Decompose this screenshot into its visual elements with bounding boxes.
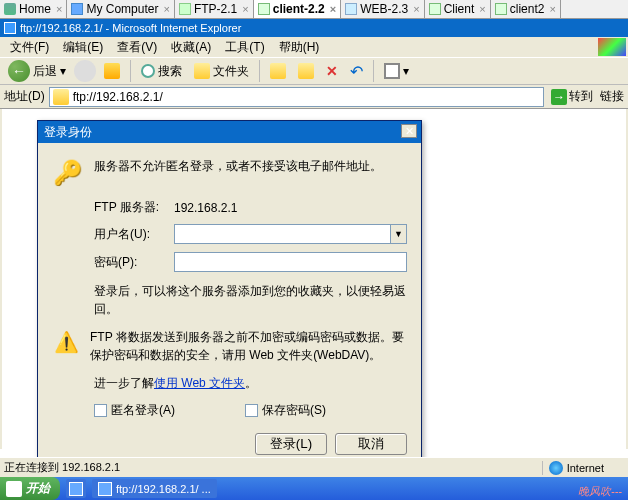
tab-close-icon[interactable]: × — [163, 3, 169, 15]
move-button[interactable] — [266, 61, 290, 81]
username-dropdown-button[interactable]: ▼ — [391, 224, 407, 244]
internet-zone-icon — [549, 461, 563, 475]
move-icon — [270, 63, 286, 79]
tab-icon — [495, 3, 507, 15]
tab-icon — [179, 3, 191, 15]
window-title: ftp://192.168.2.1/ - Microsoft Internet … — [20, 22, 241, 34]
copy-icon — [298, 63, 314, 79]
menu-view[interactable]: 查看(V) — [111, 37, 163, 58]
folder-icon — [194, 63, 210, 79]
host-tab[interactable]: My Computer× — [67, 0, 174, 18]
go-button[interactable]: → 转到 — [548, 88, 596, 105]
tab-label: WEB-2.3 — [360, 2, 408, 16]
login-dialog: 登录身份 ✕ 🔑 服务器不允许匿名登录，或者不接受该电子邮件地址。 FTP 服务… — [37, 120, 422, 468]
content-area: 登录身份 ✕ 🔑 服务器不允许匿名登录，或者不接受该电子邮件地址。 FTP 服务… — [0, 109, 628, 449]
taskbar-item-label: ftp://192.168.2.1/ ... — [116, 483, 211, 495]
anonymous-label: 匿名登录(A) — [111, 402, 175, 419]
dialog-message: 服务器不允许匿名登录，或者不接受该电子邮件地址。 — [94, 157, 407, 175]
address-bar: 地址(D) ftp://192.168.2.1/ → 转到 链接 — [0, 85, 628, 109]
separator — [130, 60, 131, 82]
address-value: ftp://192.168.2.1/ — [73, 90, 163, 104]
save-password-checkbox[interactable]: 保存密码(S) — [245, 402, 326, 419]
folder-icon — [53, 89, 69, 105]
password-label: 密码(P): — [94, 254, 174, 271]
forward-button[interactable] — [74, 60, 96, 82]
go-arrow-icon: → — [551, 89, 567, 105]
checkbox-icon — [94, 404, 107, 417]
up-folder-icon — [104, 63, 120, 79]
status-text: 正在连接到 192.168.2.1 — [4, 460, 542, 475]
username-input[interactable] — [174, 224, 391, 244]
separator — [259, 60, 260, 82]
save-password-label: 保存密码(S) — [262, 402, 326, 419]
go-label: 转到 — [569, 88, 593, 105]
windows-flag-icon — [6, 481, 22, 497]
tab-close-icon[interactable]: × — [56, 3, 62, 15]
taskbar-item[interactable]: ftp://192.168.2.1/ ... — [92, 479, 217, 498]
username-label: 用户名(U): — [94, 226, 174, 243]
menu-edit[interactable]: 编辑(E) — [57, 37, 109, 58]
host-tab[interactable]: Client× — [425, 0, 491, 18]
tab-label: client-2.2 — [273, 2, 325, 16]
delete-button[interactable]: ✕ — [322, 61, 342, 81]
server-label: FTP 服务器: — [94, 199, 174, 216]
host-tab[interactable]: FTP-2.1× — [175, 0, 254, 18]
separator — [373, 60, 374, 82]
checkbox-icon — [245, 404, 258, 417]
menu-file[interactable]: 文件(F) — [4, 37, 55, 58]
cancel-button[interactable]: 取消 — [335, 433, 407, 455]
start-button[interactable]: 开始 — [0, 477, 60, 500]
dialog-title: 登录身份 — [44, 124, 92, 141]
window-titlebar: ftp://192.168.2.1/ - Microsoft Internet … — [0, 19, 628, 37]
menubar: 文件(F) 编辑(E) 查看(V) 收藏(A) 工具(T) 帮助(H) — [0, 37, 628, 57]
dialog-titlebar: 登录身份 ✕ — [38, 121, 421, 143]
menu-favorites[interactable]: 收藏(A) — [165, 37, 217, 58]
webdav-link[interactable]: 使用 Web 文件夹 — [154, 376, 245, 390]
tab-icon — [4, 3, 16, 15]
back-label: 后退 — [33, 63, 57, 80]
password-input[interactable] — [174, 252, 407, 272]
menu-tools[interactable]: 工具(T) — [219, 37, 270, 58]
views-button[interactable]: ▾ — [380, 61, 413, 81]
tab-label: Home — [19, 2, 51, 16]
host-tab[interactable]: Home× — [0, 0, 67, 18]
host-tabs: Home×My Computer×FTP-2.1×client-2.2×WEB-… — [0, 0, 628, 19]
host-tab[interactable]: WEB-2.3× — [341, 0, 424, 18]
links-label[interactable]: 链接 — [600, 88, 624, 105]
copy-button[interactable] — [294, 61, 318, 81]
views-icon — [384, 63, 400, 79]
tab-close-icon[interactable]: × — [330, 3, 336, 15]
address-input[interactable]: ftp://192.168.2.1/ — [49, 87, 544, 107]
tab-icon — [345, 3, 357, 15]
undo-button[interactable]: ↶ — [346, 60, 367, 83]
search-button[interactable]: 搜索 — [137, 61, 186, 82]
anonymous-checkbox[interactable]: 匿名登录(A) — [94, 402, 175, 419]
tab-label: client2 — [510, 2, 545, 16]
back-arrow-icon: ← — [8, 60, 30, 82]
tab-close-icon[interactable]: × — [549, 3, 555, 15]
quick-launch-button[interactable] — [66, 479, 86, 498]
dialog-warning: FTP 将数据发送到服务器之前不加密或编码密码或数据。要保护密码和数据的安全，请… — [90, 328, 407, 364]
tab-close-icon[interactable]: × — [242, 3, 248, 15]
warning-icon: ⚠️ — [52, 328, 80, 356]
dialog-learn-more: 进一步了解使用 Web 文件夹。 — [52, 374, 407, 392]
menu-help[interactable]: 帮助(H) — [273, 37, 326, 58]
folders-button[interactable]: 文件夹 — [190, 61, 253, 82]
dialog-close-button[interactable]: ✕ — [401, 124, 417, 138]
host-tab[interactable]: client2× — [491, 0, 561, 18]
host-tab[interactable]: client-2.2× — [254, 0, 341, 18]
login-button[interactable]: 登录(L) — [255, 433, 327, 455]
dialog-tip: 登录后，可以将这个服务器添加到您的收藏夹，以便轻易返回。 — [52, 282, 407, 318]
windows-logo-icon — [598, 38, 626, 56]
search-icon — [141, 64, 155, 78]
tab-icon — [429, 3, 441, 15]
tab-label: My Computer — [86, 2, 158, 16]
up-button[interactable] — [100, 61, 124, 81]
toolbar: ← 后退 ▾ 搜索 文件夹 ✕ ↶ ▾ — [0, 57, 628, 85]
tab-close-icon[interactable]: × — [413, 3, 419, 15]
key-icon: 🔑 — [52, 157, 84, 189]
app-icon — [69, 482, 83, 496]
tab-close-icon[interactable]: × — [479, 3, 485, 15]
tab-label: Client — [444, 2, 475, 16]
back-button[interactable]: ← 后退 ▾ — [4, 58, 70, 84]
